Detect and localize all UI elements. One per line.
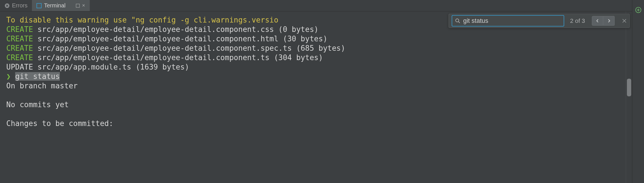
find-close-button[interactable]	[622, 19, 627, 23]
terminal-output[interactable]: To disable this warning use "ng config -…	[0, 11, 626, 183]
right-gutter	[632, 0, 644, 183]
ide-panel: Errors Terminal × To disable this warnin…	[0, 0, 644, 183]
find-count: 2 of 3	[570, 17, 586, 24]
terminal-line: CREATE src/app/employee-detail/employee-…	[6, 34, 619, 44]
tab-terminal[interactable]: Terminal ×	[32, 0, 89, 11]
svg-point-5	[456, 19, 459, 22]
svg-rect-4	[76, 4, 80, 7]
terminal-line: UPDATE src/app/app.module.ts (1639 bytes…	[6, 62, 619, 72]
terminal-line: CREATE src/app/employee-detail/employee-…	[6, 44, 619, 53]
terminal-line: ❯ git status	[6, 72, 619, 81]
tab-terminal-label: Terminal	[44, 2, 66, 9]
error-icon	[5, 3, 10, 8]
terminal-line: Changes to be committed:	[6, 119, 619, 128]
tab-errors-label: Errors	[12, 2, 27, 9]
find-input[interactable]	[463, 17, 561, 25]
scrollbar-thumb[interactable]	[627, 79, 631, 96]
svg-rect-3	[37, 3, 41, 8]
svg-line-6	[458, 22, 460, 23]
content-wrap: To disable this warning use "ng config -…	[0, 11, 632, 183]
close-icon	[622, 19, 627, 23]
maximize-icon[interactable]	[76, 4, 80, 8]
terminal-icon	[36, 3, 42, 8]
find-nav-group	[592, 16, 615, 26]
find-prev-button[interactable]	[592, 16, 603, 26]
find-field-wrapper[interactable]	[452, 15, 564, 27]
main-column: Errors Terminal × To disable this warnin…	[0, 0, 632, 183]
close-tab-icon[interactable]: ×	[82, 3, 85, 9]
find-next-button[interactable]	[603, 16, 615, 26]
terminal-line: No commits yet	[6, 100, 619, 109]
terminal-line: CREATE src/app/employee-detail/employee-…	[6, 53, 619, 62]
terminal-line: On branch master	[6, 81, 619, 91]
find-bar: 2 of 3	[449, 14, 630, 28]
search-icon	[455, 18, 460, 23]
tab-bar: Errors Terminal ×	[0, 0, 632, 11]
chevron-left-icon	[596, 19, 599, 23]
terminal-scrollbar[interactable]	[626, 11, 632, 183]
plus-icon	[635, 7, 641, 13]
new-session-button[interactable]	[635, 7, 641, 13]
tab-errors[interactable]: Errors	[0, 0, 32, 11]
chevron-right-icon	[607, 19, 611, 23]
